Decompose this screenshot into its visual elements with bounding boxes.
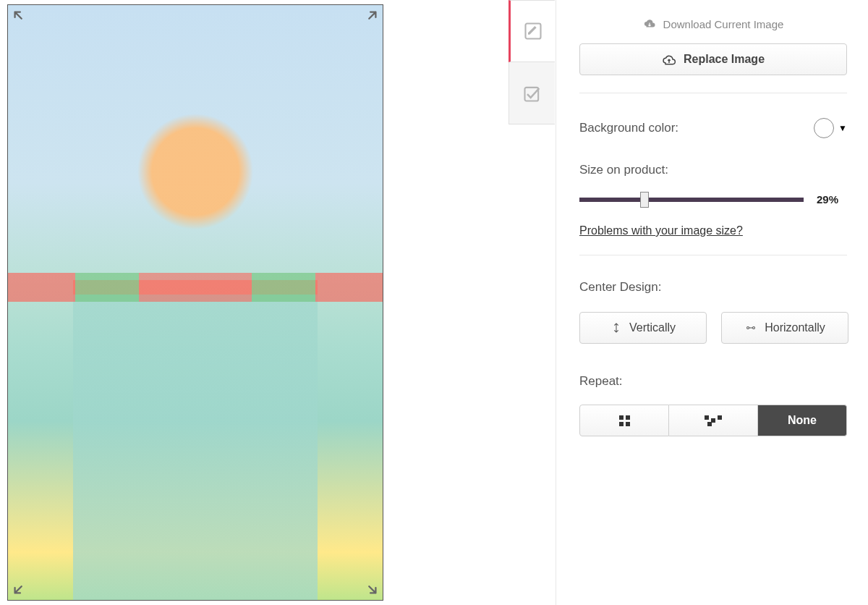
repeat-halfdrop-button[interactable] — [669, 405, 758, 436]
size-on-product-label: Size on product: — [579, 163, 852, 177]
replace-image-label: Replace Image — [684, 53, 765, 66]
background-color-label: Background color: — [579, 121, 678, 135]
resize-handle-top-left[interactable] — [9, 7, 30, 27]
arrow-nw-icon — [12, 9, 27, 25]
svg-rect-1 — [524, 87, 538, 101]
center-vertically-button[interactable]: Vertically — [579, 312, 707, 344]
arrow-se-icon — [363, 580, 379, 596]
svg-point-2 — [747, 327, 749, 329]
cloud-upload-icon — [662, 52, 676, 67]
repeat-none-label: None — [788, 414, 817, 427]
tab-edit[interactable] — [509, 0, 555, 62]
center-vertically-label: Vertically — [629, 321, 676, 334]
repeat-none-button[interactable]: None — [758, 405, 847, 436]
size-slider-thumb[interactable] — [640, 192, 649, 208]
repeat-label: Repeat: — [579, 374, 852, 389]
repeat-basic-button[interactable] — [579, 405, 669, 436]
background-color-picker[interactable]: ▼ — [814, 118, 847, 138]
center-design-label: Center Design: — [579, 280, 852, 295]
tab-done[interactable] — [509, 62, 555, 124]
divider — [579, 255, 847, 255]
tile-halfdrop-icon — [705, 415, 722, 426]
center-horizontally-button[interactable]: Horizontally — [721, 312, 848, 344]
image-preview-panel[interactable] — [7, 4, 383, 601]
size-slider-value: 29% — [817, 193, 838, 206]
resize-handle-bottom-left[interactable] — [9, 578, 30, 598]
arrow-sw-icon — [12, 580, 27, 596]
center-horizontal-icon — [744, 322, 757, 334]
background-color-swatch — [814, 118, 834, 138]
replace-image-button[interactable]: Replace Image — [579, 43, 847, 75]
checkbox-icon — [522, 83, 542, 103]
uploaded-image — [8, 5, 383, 600]
divider — [579, 93, 847, 93]
download-label: Download Current Image — [663, 18, 784, 30]
image-size-help-link[interactable]: Problems with your image size? — [579, 224, 743, 237]
tile-basic-icon — [619, 415, 630, 426]
side-tabs — [509, 0, 556, 124]
repeat-option-group: None — [579, 405, 847, 436]
resize-handle-bottom-right[interactable] — [361, 578, 381, 598]
pencil-icon — [523, 21, 543, 41]
svg-point-3 — [753, 327, 755, 329]
options-panel: Download Current Image Replace Image Bac… — [556, 0, 852, 605]
cloud-download-icon — [643, 17, 656, 30]
chevron-down-icon: ▼ — [838, 123, 847, 133]
resize-handle-top-right[interactable] — [361, 7, 381, 27]
download-current-image-link[interactable]: Download Current Image — [579, 13, 847, 35]
size-slider[interactable] — [579, 198, 804, 202]
center-vertical-icon — [610, 322, 622, 334]
center-horizontally-label: Horizontally — [765, 321, 825, 334]
arrow-ne-icon — [363, 9, 379, 25]
